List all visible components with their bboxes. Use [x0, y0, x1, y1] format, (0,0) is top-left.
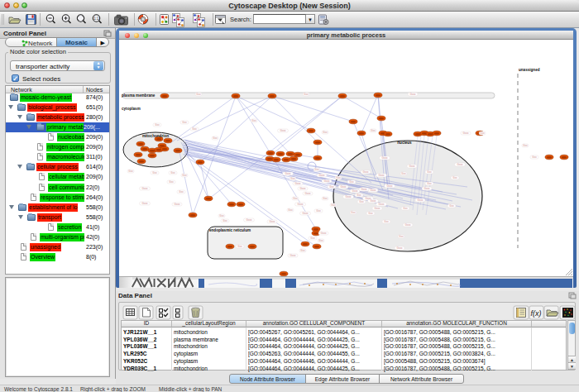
svg-text:Gxxx: Gxxx: [379, 174, 385, 177]
svg-text:Gxx: Gxx: [316, 209, 321, 213]
svg-text:Gxx: Gxx: [329, 185, 334, 189]
svg-text:plasma membrane: plasma membrane: [122, 93, 156, 98]
svg-text:Gxxx: Gxxx: [321, 232, 327, 235]
svg-text:Gxx: Gxx: [152, 171, 157, 174]
svg-text:Gxx: Gxx: [532, 155, 537, 159]
svg-text:Gxxx: Gxxx: [303, 212, 309, 215]
svg-text:Gxxx: Gxxx: [270, 220, 275, 223]
svg-text:Gxxx: Gxxx: [382, 156, 388, 160]
svg-text:Gxx: Gxx: [179, 190, 184, 194]
svg-text:Gxx: Gxx: [155, 123, 160, 127]
svg-text:Gxx: Gxx: [182, 174, 187, 177]
svg-text:Gxxx: Gxxx: [175, 203, 180, 206]
svg-text:Gxx: Gxx: [351, 211, 356, 214]
svg-text:Gxxx: Gxxx: [298, 203, 304, 206]
svg-text:Gxx: Gxx: [427, 170, 432, 174]
svg-text:Gxx: Gxx: [237, 245, 242, 248]
svg-text:Gxx: Gxx: [304, 93, 309, 96]
svg-text:Gxx: Gxx: [371, 129, 376, 132]
svg-text:Gxxx: Gxxx: [363, 170, 369, 174]
svg-text:Gxx: Gxx: [219, 214, 224, 218]
svg-text:Gxx: Gxx: [449, 204, 454, 208]
svg-text:Gxxx: Gxxx: [285, 172, 291, 175]
svg-text:Gxx: Gxx: [314, 168, 319, 171]
svg-text:Gxx: Gxx: [323, 197, 328, 200]
svg-text:Gxx: Gxx: [213, 136, 218, 140]
svg-text:Gxx: Gxx: [196, 93, 201, 96]
svg-text:Gxxx: Gxxx: [409, 165, 415, 168]
svg-text:Gxxx: Gxxx: [410, 93, 416, 96]
svg-text:Gxxx: Gxxx: [352, 189, 358, 193]
svg-text:Gxxx: Gxxx: [379, 203, 385, 206]
svg-text:Gxx: Gxx: [288, 208, 293, 212]
svg-text:Gxx: Gxx: [169, 180, 174, 184]
svg-text:Gxx: Gxx: [480, 131, 485, 135]
svg-text:Gxx: Gxx: [403, 207, 408, 210]
svg-text:Gxxx: Gxxx: [387, 184, 393, 188]
svg-text:Gxxx: Gxxx: [371, 189, 376, 192]
svg-text:Gxxx: Gxxx: [418, 198, 423, 202]
svg-text:Gxx: Gxx: [368, 212, 373, 215]
svg-text:Gxx: Gxx: [323, 131, 328, 134]
svg-text:Gxx: Gxx: [349, 180, 354, 184]
svg-text:Gxxx: Gxxx: [319, 174, 325, 177]
svg-text:Gxx: Gxx: [427, 182, 432, 185]
svg-text:nucleus: nucleus: [397, 141, 412, 145]
svg-text:Gxxx: Gxxx: [142, 187, 148, 190]
svg-text:cytoplasm: cytoplasm: [122, 107, 141, 111]
svg-text:f(x): f(x): [531, 309, 542, 318]
svg-text:Gxxx: Gxxx: [341, 185, 347, 189]
svg-text:Gxx: Gxx: [223, 219, 227, 222]
svg-text:Gxx: Gxx: [356, 194, 361, 197]
svg-text:Gxxx: Gxxx: [457, 163, 463, 166]
svg-text:Gxxx: Gxxx: [375, 207, 380, 210]
svg-text:unassigned: unassigned: [519, 68, 540, 72]
svg-text:Gxx: Gxx: [300, 249, 305, 252]
svg-text:Gxx: Gxx: [290, 177, 295, 180]
svg-text:Gxx: Gxx: [452, 176, 457, 179]
svg-text:Gxxx: Gxxx: [405, 223, 411, 227]
svg-text:mitochondrion: mitochondrion: [142, 134, 169, 138]
svg-text:Gxxx: Gxxx: [142, 202, 148, 205]
svg-text:1:1: 1:1: [93, 17, 99, 21]
svg-text:Gxxx: Gxxx: [397, 246, 403, 250]
svg-text:Gxxx: Gxxx: [300, 187, 306, 190]
svg-text:Gxx: Gxx: [318, 239, 323, 242]
svg-text:Gxxx: Gxxx: [246, 218, 252, 222]
svg-text:endoplasmic reticulum: endoplasmic reticulum: [209, 228, 251, 232]
svg-text:Gxxx: Gxxx: [295, 182, 301, 185]
svg-text:Gxx: Gxx: [359, 200, 364, 203]
svg-text:Gxx: Gxx: [310, 237, 315, 240]
svg-text:Gxx: Gxx: [182, 121, 187, 124]
svg-text:Gxx: Gxx: [523, 144, 528, 147]
svg-text:Gxx: Gxx: [331, 203, 336, 207]
svg-text:Gxxx: Gxxx: [463, 131, 469, 135]
svg-text:Gxxx: Gxxx: [290, 254, 296, 257]
svg-text:Gxx: Gxx: [401, 172, 406, 175]
svg-text:Gxx: Gxx: [128, 170, 133, 173]
svg-text:Gxxx: Gxxx: [361, 188, 367, 191]
svg-text:Gxxx: Gxxx: [324, 179, 330, 183]
svg-text:Gxx: Gxx: [293, 197, 298, 200]
svg-text:Gxxx: Gxxx: [371, 199, 376, 203]
svg-text:Gxx: Gxx: [251, 119, 256, 122]
svg-text:Gxxx: Gxxx: [346, 195, 352, 198]
svg-text:Gxx: Gxx: [170, 171, 175, 174]
svg-text:Gxx: Gxx: [399, 235, 404, 238]
svg-text:Gxxx: Gxxx: [305, 192, 311, 195]
svg-text:Gxxx: Gxxx: [424, 187, 430, 190]
svg-text:Gxxx: Gxxx: [280, 129, 286, 132]
svg-text:Gxx: Gxx: [336, 176, 341, 179]
svg-text:Gxx: Gxx: [192, 127, 197, 131]
svg-text:Gxx: Gxx: [384, 220, 389, 223]
